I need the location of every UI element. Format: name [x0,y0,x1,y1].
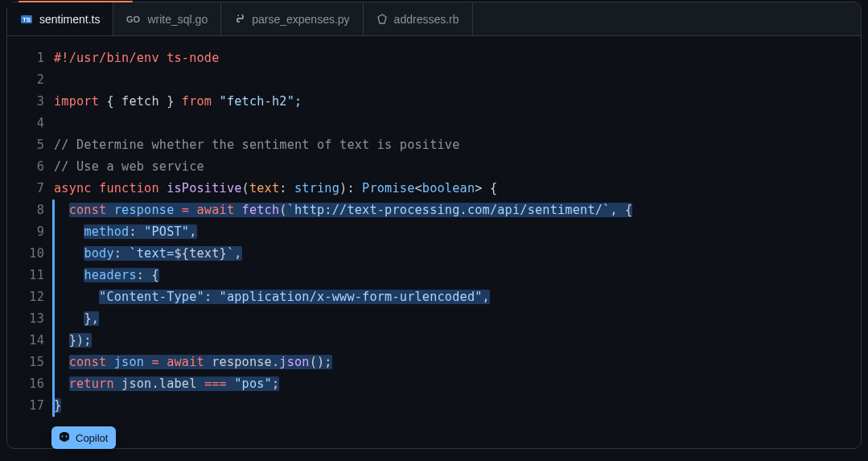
token: "pos" [234,377,272,391]
code-editor[interactable]: 1234567891011121314151617 #!/usr/bin/env… [7,36,861,417]
svg-text:TS: TS [23,16,31,23]
token: > [475,181,482,196]
token [54,333,69,348]
code-line[interactable] [54,69,861,91]
token: `text= [129,246,174,261]
copilot-icon [58,431,71,444]
token: Promise [362,181,414,196]
tab-addresses-rb[interactable]: addresses.rb [364,2,473,35]
code-line[interactable]: const json = await response.json(); [54,352,861,373]
line-number: 13 [7,308,44,330]
selected-text: headers: { [84,268,158,282]
code-line[interactable]: #!/usr/bin/env ts-node [54,47,861,69]
line-number: 2 [7,69,44,91]
selection-gutter-bar [52,352,55,373]
token [54,311,84,326]
token: , [483,290,490,304]
code-line[interactable] [54,113,861,134]
tab-label: write_sql.go [147,13,208,26]
token: ` [227,246,234,261]
token: , [189,224,196,239]
line-number: 1 [7,47,44,69]
code-line[interactable]: return json.label === "pos"; [54,373,861,395]
tab-write_sql-go[interactable]: GOwrite_sql.go [113,2,221,35]
token: return [69,377,114,391]
token: === [204,377,227,391]
code-line[interactable]: } [54,395,861,417]
tab-parse_expenses-py[interactable]: parse_expenses.py [221,2,363,35]
token [106,355,113,369]
token [54,290,99,304]
token: ( [279,203,286,217]
rb-file-icon [376,14,388,25]
code-line[interactable]: // Use a web service [54,156,861,178]
code-line[interactable]: body: `text=${text}`, [54,243,861,265]
token: const [69,355,107,369]
selected-text: return json.label === "pos"; [69,377,280,391]
line-number: 16 [7,373,44,395]
token: ; [294,94,302,109]
code-line[interactable]: method: "POST", [54,221,861,243]
tab-bar: TSsentiment.tsGOwrite_sql.goparse_expens… [7,2,861,36]
token: isPositive [167,181,241,196]
token: "application/x-www-form-urlencoded" [220,290,483,304]
line-number: 4 [7,113,44,134]
token [54,377,69,391]
token: string [294,181,339,196]
token: fetch [121,94,159,109]
token: await [167,355,204,369]
svg-text:GO: GO [126,14,141,24]
token [54,268,84,282]
token: // Use a web service [54,159,204,174]
go-file-icon: GO [126,14,141,24]
tab-sentiment-ts[interactable]: TSsentiment.ts [7,2,113,35]
token [159,355,167,369]
copilot-label: Copilot [76,432,108,444]
token: text [249,181,279,196]
line-number: 5 [7,134,44,156]
token: import [54,94,99,109]
token: json [114,355,144,369]
line-number: 7 [7,178,44,200]
token [92,181,99,196]
token: , [234,246,241,261]
token: #!/usr/bin/env ts-node [54,51,220,65]
token: }); [69,333,92,348]
selected-text: }, [84,311,99,326]
token: : [279,181,294,196]
line-number: 10 [7,243,44,265]
tab-label: sentiment.ts [39,13,100,26]
token: , { [610,203,632,217]
code-line[interactable]: async function isPositive(text: string):… [54,178,861,200]
code-line[interactable]: headers: { [54,265,861,286]
token: async [54,181,92,196]
code-line[interactable]: }, [54,308,861,330]
selected-text: body: `text=${text}`, [84,246,241,261]
token: = [151,355,158,369]
selection-gutter-bar [52,395,55,417]
token: : [129,224,144,239]
active-tab-accent [19,1,133,2]
token: = [182,203,189,217]
code-line[interactable]: import { fetch } from "fetch-h2"; [54,91,861,113]
token: } [220,246,227,261]
token: response [114,203,175,217]
code-line[interactable]: }); [54,330,861,352]
selected-text: const response = await fetch(`http://tex… [69,203,633,217]
code-area[interactable]: #!/usr/bin/env ts-nodeimport { fetch } f… [54,47,861,417]
token: : [204,290,220,304]
code-line[interactable]: "Content-Type": "application/x-www-form-… [54,286,861,308]
copilot-badge[interactable]: Copilot [51,426,116,449]
code-line[interactable]: const response = await fetch(`http://tex… [54,200,861,221]
selected-text: } [54,398,61,413]
token: { [483,181,498,196]
code-line[interactable]: // Determine whether the sentiment of te… [54,134,861,156]
selected-text: "Content-Type": "application/x-www-form-… [99,290,490,304]
token [54,246,84,261]
token: (); [310,355,332,369]
line-number: 17 [7,395,44,417]
selected-text: const json = await response.json(); [69,355,332,369]
token: body [84,246,113,261]
ts-file-icon: TS [20,13,33,26]
token: headers [84,268,136,282]
